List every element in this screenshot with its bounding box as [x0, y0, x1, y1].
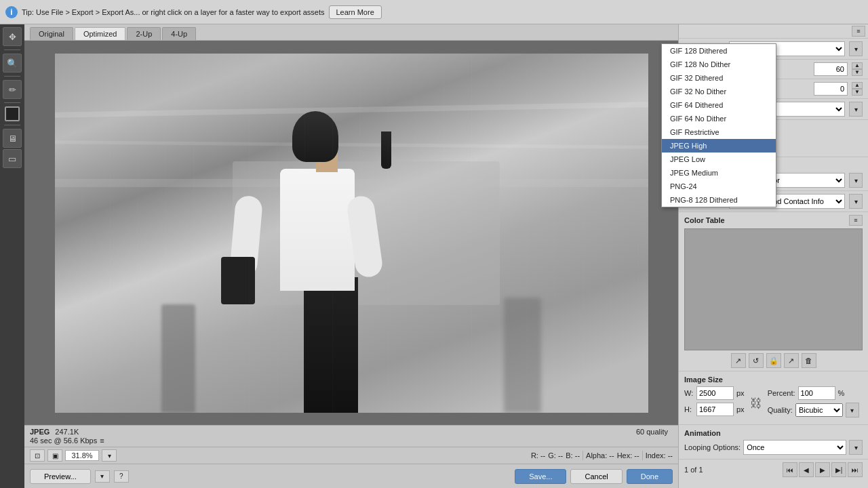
link-proportions-btn[interactable]: ⛓: [750, 396, 762, 411]
looping-label: Looping Options:: [684, 443, 741, 451]
color-table-header: Color Table ≡: [684, 215, 863, 226]
blur-down-btn[interactable]: ▼: [852, 89, 863, 96]
zoom-tool[interactable]: 🔍: [3, 54, 22, 73]
dropdown-item-jpeg-low[interactable]: JPEG Low: [662, 152, 776, 166]
quality-up-btn[interactable]: ▲: [852, 62, 863, 69]
percent-unit: %: [838, 389, 845, 397]
tab-optimized[interactable]: Optimized: [75, 27, 126, 40]
dropdown-item-jpeg-high[interactable]: JPEG High: [662, 139, 776, 152]
tab-2up[interactable]: 2-Up: [127, 27, 161, 40]
preview-dropdown-btn[interactable]: ▾: [849, 173, 863, 188]
looping-dropdown-btn[interactable]: ▾: [849, 440, 863, 455]
r-status: R: --: [531, 451, 545, 460]
tab-bar: Original Optimized 2-Up 4-Up: [24, 24, 678, 41]
file-size-label: 247.1K: [55, 428, 79, 436]
speed-label: 46 sec @ 56.6 Kbps: [30, 436, 97, 445]
resample-select[interactable]: Bicubic: [795, 403, 843, 417]
preview-button[interactable]: Preview...: [30, 469, 91, 484]
cancel-button[interactable]: Cancel: [570, 469, 622, 484]
blur-up-btn[interactable]: ▲: [852, 82, 863, 89]
height-input[interactable]: [696, 403, 734, 416]
blur-input[interactable]: [814, 82, 848, 96]
web-snap-btn[interactable]: ↗: [784, 353, 799, 368]
dropdown-item-gif-restrictive[interactable]: GIF Restrictive: [662, 125, 776, 139]
width-row: W: px: [684, 386, 745, 400]
pointer-tool[interactable]: ✥: [3, 27, 22, 46]
page-indicator: 1 of 1: [684, 466, 703, 474]
eyedropper-tool[interactable]: ✏: [3, 80, 22, 99]
learn-more-button[interactable]: Learn More: [329, 5, 382, 19]
looping-select[interactable]: Once: [743, 440, 846, 455]
tab-original[interactable]: Original: [30, 27, 73, 40]
image-viewer: [24, 41, 678, 425]
tip-text: Tip: Use File > Export > Export As... or…: [22, 8, 325, 16]
panel-menu-btn[interactable]: ≡: [852, 26, 865, 37]
height-row: H: px: [684, 403, 745, 416]
animation-title: Animation: [684, 429, 863, 437]
dropdown-item-jpeg-medium[interactable]: JPEG Medium: [662, 166, 776, 180]
dropdown-item-gif-32-no-dither[interactable]: GIF 32 No Dither: [662, 85, 776, 98]
bottom-tools-bar: ⊡ ▣ 31.8% ▾ R: -- G: -- B: -- Alpha: -- …: [24, 447, 678, 464]
dropdown-item-gif-64-dithered[interactable]: GIF 64 Dithered: [662, 98, 776, 112]
last-page-btn[interactable]: ⏭: [848, 462, 863, 477]
index-status: Index: --: [646, 451, 673, 460]
width-input[interactable]: [696, 386, 734, 400]
navigation-buttons: ⏮ ◀ ▶ ▶| ⏭: [783, 462, 863, 477]
color-swatch-btn[interactable]: [5, 106, 20, 121]
zoom-dropdown-btn[interactable]: ▾: [102, 449, 117, 462]
actual-pixels-btn[interactable]: ▣: [47, 449, 62, 462]
dropdown-item-png-24[interactable]: PNG-24: [662, 180, 776, 193]
first-page-btn[interactable]: ⏮: [783, 462, 797, 477]
format-label: JPEG: [30, 428, 50, 436]
preview-dropdown-btn[interactable]: ▾: [95, 470, 110, 483]
image-size-section: Image Size W: px H: px ⛓: [679, 371, 868, 425]
dropdown-item-gif-32-dithered[interactable]: GIF 32 Dithered: [662, 71, 776, 85]
quality-input[interactable]: [814, 62, 848, 76]
panel-header: ≡: [679, 24, 868, 39]
dropdown-item-gif-128-no-dither[interactable]: GIF 128 No Dither: [662, 58, 776, 71]
zoom-value: 31.8%: [65, 450, 99, 461]
lock-color-btn[interactable]: 🔒: [766, 353, 781, 368]
map-color-btn[interactable]: ↗: [731, 353, 746, 368]
page-controls: 1 of 1 ⏮ ◀ ▶ ▶| ⏭: [679, 460, 868, 480]
dropdown-item-gif-128-dithered[interactable]: GIF 128 Dithered: [662, 44, 776, 58]
color-table-menu-btn[interactable]: ≡: [849, 215, 863, 226]
save-button[interactable]: Save...: [515, 469, 566, 484]
play-btn[interactable]: ▶: [815, 462, 830, 477]
b-status: B: --: [566, 451, 580, 460]
next-page-btn[interactable]: ▶|: [831, 462, 846, 477]
g-status: G: --: [548, 451, 563, 460]
preset-dropdown-btn[interactable]: ▾: [849, 41, 863, 56]
dropdown-item-gif-64-no-dither[interactable]: GIF 64 No Dither: [662, 112, 776, 125]
color-table-label: Color Table: [684, 216, 725, 224]
percent-label: Percent:: [768, 389, 795, 397]
metadata-dropdown-btn[interactable]: ▾: [849, 194, 863, 209]
shift-channel-btn[interactable]: ↺: [749, 353, 764, 368]
blur-stepper: ▲ ▼: [852, 82, 863, 96]
percent-input[interactable]: [798, 386, 835, 400]
browser-preview-btn[interactable]: 🖥: [3, 129, 22, 148]
quality-down-btn[interactable]: ▼: [852, 69, 863, 76]
quality-stepper: ▲ ▼: [852, 62, 863, 76]
matte-dropdown-btn[interactable]: ▾: [849, 102, 863, 117]
tab-4up[interactable]: 4-Up: [162, 27, 196, 40]
resample-dropdown-btn[interactable]: ▾: [846, 403, 859, 418]
looping-row: Looping Options: Once ▾: [684, 440, 863, 455]
alpha-status: Alpha: --: [586, 451, 614, 460]
quality-resample-label: Quality:: [768, 406, 793, 414]
dropdown-item-png-8-128-dithered[interactable]: PNG-8 128 Dithered: [662, 193, 776, 207]
delete-color-btn[interactable]: 🗑: [802, 353, 816, 368]
optimize-icon[interactable]: ≡: [100, 436, 104, 445]
h-label: H:: [684, 405, 694, 413]
canvas-area: Original Optimized 2-Up 4-Up: [24, 24, 678, 488]
left-toolbar: ✥ 🔍 ✏ 🖥 ▭: [0, 24, 24, 488]
prev-page-btn[interactable]: ◀: [799, 462, 814, 477]
percent-row: Percent: %: [768, 386, 859, 400]
device-preview-btn[interactable]: ▭: [3, 149, 22, 168]
help-btn[interactable]: ?: [114, 470, 129, 483]
fit-screen-btn[interactable]: ⊡: [30, 449, 45, 462]
image-size-title: Image Size: [684, 375, 863, 384]
done-button[interactable]: Done: [627, 469, 673, 484]
bottom-action-bar: Preview... ▾ ? Save... Cancel Done: [24, 464, 678, 488]
animation-section: Animation Looping Options: Once ▾: [679, 425, 868, 460]
